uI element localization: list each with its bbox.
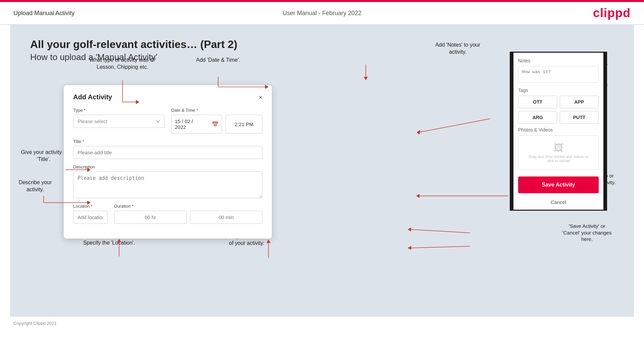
copyright-text: Copyright Clippd 2021	[13, 321, 57, 326]
tag-putt[interactable]: PUTT	[560, 111, 599, 124]
page-title: All your golf-relevant activities… (Part…	[30, 38, 614, 51]
form-row-title: Title *	[73, 139, 262, 159]
annotation-notes: Add 'Notes' to your activity.	[426, 42, 490, 56]
upload-icon: 🖼	[522, 142, 595, 153]
notes-section: Notes	[513, 53, 603, 88]
annotation-activity-type: What type of activity was it? Lesson, Ch…	[84, 57, 161, 71]
tag-ott[interactable]: OTT	[518, 96, 557, 108]
tag-arg[interactable]: ARG	[518, 111, 557, 124]
annotation-datetime: Add 'Date & Time'.	[185, 57, 252, 64]
manual-label: User Manual - February 2022	[283, 10, 361, 17]
title-label: Title *	[73, 139, 262, 144]
duration-group: Duration *	[114, 204, 262, 224]
dialog-wrapper: Add Activity × Type * Please select Date…	[64, 85, 272, 239]
tags-label: Tags	[518, 88, 599, 93]
svg-line-17	[419, 119, 490, 132]
save-activity-button[interactable]: Save Activity	[518, 176, 599, 193]
form-row-location-duration: Location * Duration *	[73, 204, 262, 224]
datetime-label: Date & Time *	[171, 108, 262, 113]
type-label: Type *	[73, 108, 164, 113]
svg-marker-24	[408, 246, 411, 250]
date-input-group[interactable]: 15 / 02 / 2022 📅	[171, 115, 222, 134]
duration-label: Duration *	[114, 204, 262, 209]
cancel-link[interactable]: Cancel	[513, 197, 603, 210]
annotation-location: Specify the 'Location'.	[77, 240, 141, 247]
duration-inputs	[114, 211, 262, 224]
close-button[interactable]: ×	[258, 94, 262, 101]
notes-label: Notes	[518, 58, 599, 63]
page-heading: Upload Manual Activity	[13, 10, 75, 17]
date-value: 15 / 02 / 2022	[171, 115, 208, 133]
logo: clippd	[593, 6, 631, 20]
calendar-icon[interactable]: 📅	[208, 118, 222, 130]
dialog-title: Add Activity	[73, 93, 112, 101]
form-row-description: Description	[73, 164, 262, 198]
tags-section: Tags OTT APP ARG PUTT	[513, 88, 603, 127]
hours-input[interactable]	[114, 211, 187, 224]
footer: Copyright Clippd 2021	[0, 317, 644, 330]
dialog-header: Add Activity ×	[73, 93, 262, 101]
mobile-panel: Notes Tags OTT APP ARG PUTT Photos & Vid…	[510, 52, 607, 211]
photos-label: Photos & Videos	[518, 127, 599, 133]
svg-line-23	[411, 246, 470, 248]
main-content: All your golf-relevant activities… (Part…	[10, 25, 634, 317]
add-activity-dialog: Add Activity × Type * Please select Date…	[64, 85, 272, 239]
type-group: Type * Please select	[73, 108, 164, 134]
title-input[interactable]	[73, 146, 262, 159]
notes-textarea[interactable]	[518, 66, 599, 83]
description-textarea[interactable]	[73, 171, 262, 198]
type-select[interactable]: Please select	[73, 115, 164, 128]
description-group: Description	[73, 164, 262, 198]
location-input[interactable]	[73, 211, 107, 224]
datetime-group: Date & Time * 15 / 02 / 2022 📅	[171, 108, 262, 134]
svg-marker-16	[364, 77, 368, 80]
svg-marker-20	[416, 194, 419, 198]
top-bar: Upload Manual Activity User Manual - Feb…	[0, 2, 644, 25]
svg-line-21	[411, 229, 470, 233]
svg-marker-22	[408, 227, 411, 231]
location-group: Location *	[73, 204, 107, 224]
annotation-title: Give your activity a 'Title'.	[20, 149, 67, 163]
form-row-type-datetime: Type * Please select Date & Time * 15 / …	[73, 108, 262, 134]
svg-marker-18	[417, 130, 420, 135]
title-group: Title *	[73, 139, 262, 159]
upload-text: Drag and Drop photos and videos or click…	[529, 155, 588, 163]
photos-section: Photos & Videos 🖼 Drag and Drop photos a…	[513, 127, 603, 173]
photos-upload-area[interactable]: 🖼 Drag and Drop photos and videos or cli…	[518, 135, 599, 170]
time-input[interactable]	[226, 115, 262, 134]
annotation-description: Describe your activity.	[13, 179, 57, 193]
annotation-save: 'Save Activity' or 'Cancel' your changes…	[542, 223, 632, 243]
minutes-input[interactable]	[190, 211, 262, 224]
mobile-inner: Notes Tags OTT APP ARG PUTT Photos & Vid…	[513, 53, 603, 210]
tags-grid: OTT APP ARG PUTT	[518, 96, 599, 124]
description-label: Description	[73, 164, 262, 169]
tag-app[interactable]: APP	[560, 96, 599, 108]
location-label: Location *	[73, 204, 107, 209]
